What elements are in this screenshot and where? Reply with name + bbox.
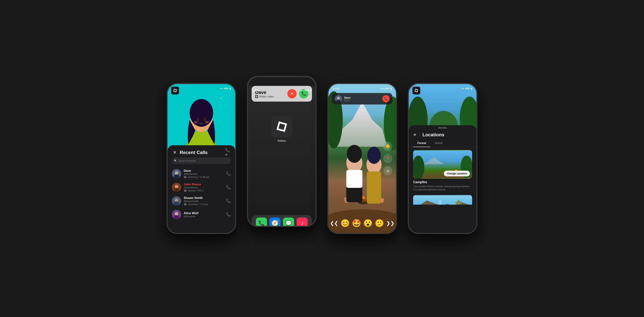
right-controls: 😊 📍 ◎ xyxy=(383,142,392,175)
dock-messages-icon[interactable]: 💬 xyxy=(283,217,294,227)
phone4-roblox-icon[interactable] xyxy=(412,87,420,95)
tab-forest[interactable]: Forest xyxy=(413,139,430,147)
wifi-icon: WiFi xyxy=(224,87,228,90)
john-name: John Rosso xyxy=(184,183,224,186)
emoji-3[interactable]: 😮 xyxy=(363,219,372,227)
roblox-logo-large xyxy=(275,120,289,134)
call-item-alice[interactable]: Alice Wolf @Alicewolf 📞 xyxy=(168,208,235,221)
svg-point-8 xyxy=(196,118,200,121)
john-call-detail: Missed • Feb 2 xyxy=(188,189,203,192)
search-icon: 🔍 xyxy=(174,159,177,162)
music-icon: ♪ xyxy=(301,220,304,226)
emoji-4[interactable]: 🙂 xyxy=(375,219,384,227)
header-divider xyxy=(419,132,420,137)
emoji-2[interactable]: 🤩 xyxy=(352,219,361,227)
campfire-description: The campfire flickers warmly, casting da… xyxy=(413,185,472,191)
locations-close-button[interactable]: ✕ xyxy=(413,133,416,137)
call-item-john[interactable]: John Rosso @JohnRosso ▶ Missed • Feb 2 📞 xyxy=(168,180,235,194)
svg-point-11 xyxy=(205,121,208,123)
call-info-dave: Dave @Builderman ▶ Incoming • 12:48 pm xyxy=(184,169,224,178)
svg-point-22 xyxy=(175,198,178,202)
dock-scene-svg: 🌴 xyxy=(413,195,472,205)
alice-avatar-svg xyxy=(172,210,181,219)
effects-control-button[interactable]: ◎ xyxy=(383,166,392,175)
svg-point-7 xyxy=(190,99,213,127)
dock-music-icon[interactable]: ♪ xyxy=(297,217,308,227)
phone4-wifi: WiFi xyxy=(465,87,470,90)
shawn-call-detail: Incoming • 7:13 am xyxy=(188,203,208,206)
john-call-button[interactable]: 📞 xyxy=(226,185,231,190)
end-call-button[interactable]: 📞 xyxy=(382,95,390,102)
phone-3: 11:01 ▪▪▪▪ WiFi ▮ Dave 01:22 📞 xyxy=(327,83,397,234)
phone4-roblox-logo xyxy=(414,88,419,93)
call-duration: 01:22 xyxy=(344,99,350,102)
dave-username: @Builderman xyxy=(184,173,224,175)
incoming-caller-subtitle: Roblox Video xyxy=(255,95,274,98)
emoji-nav-right[interactable]: ❯❯ xyxy=(386,220,394,226)
emoji-1[interactable]: 😊 xyxy=(340,219,350,227)
phone1-screen: ✦ ✦ xyxy=(168,84,235,233)
call-item-dave[interactable]: Dave @Builderman ▶ Incoming • 12:48 pm 📞 xyxy=(168,167,235,180)
phone4-screen: 5:41 ▪▪▪▪ WiFi ▮ ✕ Locations xyxy=(409,84,476,233)
alice-call-button[interactable]: 📞 xyxy=(226,212,231,217)
campfire-name: Campfire xyxy=(413,180,472,184)
shawn-meta: ▶ Incoming • 7:13 am xyxy=(184,203,224,206)
shawn-call-type-icon: ▶ xyxy=(184,203,187,206)
shawn-call-button[interactable]: 📞 xyxy=(226,199,231,203)
roblox-app-icon-small[interactable] xyxy=(171,87,179,95)
svg-marker-28 xyxy=(256,96,257,97)
svg-point-16 xyxy=(175,171,178,175)
active-call-bar: Dave 01:22 📞 xyxy=(332,93,392,105)
emoji-icon: 😊 xyxy=(386,144,390,148)
dave-call-detail: Incoming • 12:48 pm xyxy=(188,176,209,178)
shawn-name: Shawn Smith xyxy=(184,196,224,200)
roblox-app-icon-large[interactable] xyxy=(271,116,292,137)
dave-call-button[interactable]: 📞 xyxy=(226,171,231,176)
alice-name: Alice Wolf xyxy=(184,211,224,215)
dave-name: Dave xyxy=(184,169,224,173)
avatar-shawn xyxy=(172,196,181,206)
campfire-image: Change Location xyxy=(413,150,472,179)
avatar-svg: ✦ ✦ xyxy=(168,84,235,154)
tab-island[interactable]: Island xyxy=(430,139,447,147)
incoming-call-banner: Dave Roblox Video ✕ 📞 xyxy=(252,86,312,102)
campfire-change-location-button[interactable]: Change Location xyxy=(444,171,470,176)
add-call-button[interactable]: 📞+ xyxy=(225,150,231,155)
phone2-screen: 3:49 ▪▪▪▪ WiFi ▮ Dave Roblox Video xyxy=(248,86,316,227)
search-input[interactable] xyxy=(172,157,231,164)
svg-rect-66 xyxy=(439,201,442,205)
locations-panel: ✕ Locations Forest Island xyxy=(409,125,476,233)
call-item-shawn[interactable]: Shawn Smith @Shawnsmith ▶ Incoming • 7:1… xyxy=(168,194,235,208)
dock-bar: 📞 🧭 💬 ♪ xyxy=(252,215,312,227)
dave-call-type-icon: ▶ xyxy=(184,176,187,178)
location-item-campfire: Change Location Campfire The campfire fl… xyxy=(413,150,472,191)
roblox-mini-icon xyxy=(255,95,258,98)
dock-phone-icon[interactable]: 📞 xyxy=(256,217,267,227)
messages-icon: 💬 xyxy=(286,220,292,226)
signal-bars: ▪▪▪▪ xyxy=(220,87,223,90)
phone2-battery: ▮ xyxy=(310,89,311,92)
dock-image: 🌴 Change Location xyxy=(413,195,472,205)
emoji-control-button[interactable]: 😊 xyxy=(383,142,392,151)
call-subtitle-text: Roblox Video xyxy=(259,95,274,98)
svg-point-9 xyxy=(204,118,206,121)
recent-calls-panel: ✕ Recent Calls 📞+ 🔍 D xyxy=(168,145,235,233)
dave-avatar-svg xyxy=(172,169,181,178)
close-button[interactable]: ✕ xyxy=(172,150,178,155)
location-control-button[interactable]: 📍 xyxy=(383,154,392,163)
emoji-nav-left[interactable]: ❮❮ xyxy=(330,220,338,226)
phone1-status-icons: ▪▪▪▪ WiFi ▮ xyxy=(220,87,231,90)
effects-icon: ◎ xyxy=(386,169,389,173)
call-info-alice: Alice Wolf @Alicewolf xyxy=(184,211,224,218)
roblox-logo-icon xyxy=(172,88,178,93)
phone2-wifi: WiFi xyxy=(304,89,309,92)
avatar-alice xyxy=(172,210,181,219)
rc-header: ✕ Recent Calls 📞+ xyxy=(168,145,235,157)
call-info-shawn: Shawn Smith @Shawnsmith ▶ Incoming • 7:1… xyxy=(184,196,224,206)
svg-text:🌴: 🌴 xyxy=(454,199,463,205)
dock-safari-icon[interactable]: 🧭 xyxy=(270,217,280,227)
active-caller-name: Dave xyxy=(344,96,350,99)
avatar-john xyxy=(172,183,181,192)
locations-title: Locations xyxy=(422,132,444,138)
roblox-app-label: Roblox xyxy=(248,139,316,142)
